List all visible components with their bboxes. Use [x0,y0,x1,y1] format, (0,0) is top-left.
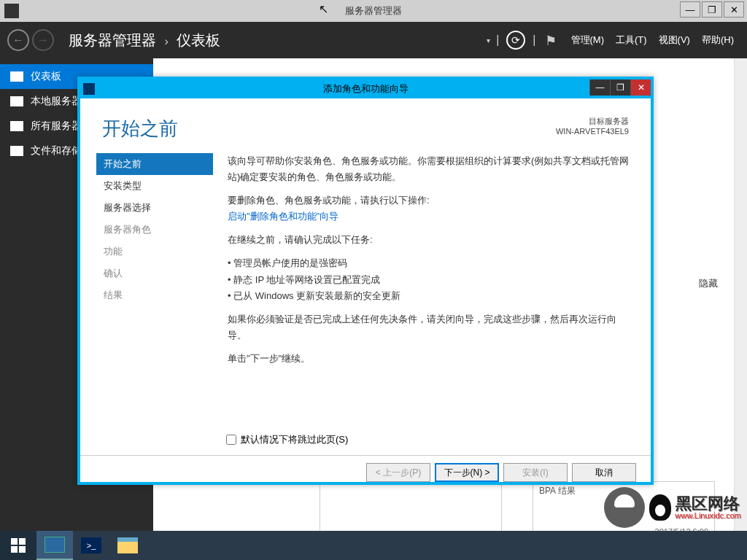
wizard-body: 开始之前 安装类型 服务器选择 服务器角色 功能 确认 结果 该向导可帮助你安装… [80,149,651,433]
next-button[interactable]: 下一步(N) > [435,463,499,482]
servers-icon [10,121,23,131]
wizard-p5: 单击"下一步"继续。 [228,351,632,367]
wizard-p2: 要删除角色、角色服务或功能，请执行以下操作: 启动"删除角色和功能"向导 [228,192,632,225]
add-roles-wizard: 添加角色和功能向导 — ❐ ✕ 开始之前 目标服务器 WIN-ARVETF43E… [77,77,654,485]
mushroom-icon [604,487,645,528]
checklist-item: 已从 Windows 更新安装最新的安全更新 [228,288,632,304]
sidebar-item-label: 本地服务器 [31,95,82,108]
sidebar-item-label: 所有服务器 [31,120,82,133]
crumb-current: 仪表板 [177,32,220,48]
wizard-p1: 该向导可帮助你安装角色、角色服务或功能。你需要根据组织的计算要求(例如共享文档或… [228,153,632,185]
remove-roles-link[interactable]: 启动"删除角色和功能"向导 [228,211,338,222]
watermark: 黑区网络 www.Linuxidc.com [604,487,741,528]
minimize-button[interactable]: — [680,1,700,18]
chevron-right-icon: › [165,35,169,47]
wizard-maximize-button[interactable]: ❐ [610,79,630,96]
wizard-icon [83,83,95,95]
wizard-target: 目标服务器 WIN-ARVETF43EL9 [556,116,629,136]
skip-checkbox[interactable] [226,435,236,445]
refresh-icon[interactable]: ⟳ [506,31,525,50]
step-before-begin[interactable]: 开始之前 [96,153,213,175]
storage-icon [10,146,23,156]
wizard-p3: 在继续之前，请确认完成以下任务: [228,232,632,248]
target-label: 目标服务器 [556,116,629,127]
separator: | [533,34,535,47]
flag-icon[interactable]: ⚑ [545,33,560,47]
chevron-down-icon[interactable]: ▾ [487,36,490,44]
menu-view[interactable]: 视图(V) [659,34,690,47]
step-install-type[interactable]: 安装类型 [96,175,213,197]
step-results: 结果 [96,284,213,306]
wizard-content: 该向导可帮助你安装角色、角色服务或功能。你需要根据组织的计算要求(例如共享文档或… [213,153,651,433]
crumb-root[interactable]: 服务器管理器 [69,32,156,48]
dashboard-icon [10,71,23,82]
server-icon [10,96,23,106]
svg-rect-2 [11,546,18,553]
maximize-button[interactable]: ❐ [702,1,722,18]
svg-rect-1 [19,538,26,545]
watermark-text: 黑区网络 www.Linuxidc.com [676,496,741,520]
wizard-header: 开始之前 目标服务器 WIN-ARVETF43EL9 [80,98,651,149]
window-titlebar: 服务器管理器 ↖ — ❐ ✕ [0,0,747,22]
checklist-item: 管理员帐户使用的是强密码 [228,255,632,271]
sidebar-item-label: 仪表板 [31,70,61,83]
server-manager-icon [44,537,65,553]
window-controls: — ❐ ✕ [678,1,744,18]
breadcrumb: 服务器管理器 › 仪表板 [69,31,220,50]
step-server-roles: 服务器角色 [96,219,213,241]
app-header: ← → 服务器管理器 › 仪表板 ▾ | ⟳ | ⚑ 管理(M) 工具(T) 视… [0,22,747,58]
app-icon [4,4,19,18]
window-title: 服务器管理器 [345,4,402,18]
target-server: WIN-ARVETF43EL9 [556,127,629,136]
svg-rect-3 [19,546,26,553]
close-button[interactable]: ✕ [724,1,744,18]
scrollbar[interactable] [734,58,747,531]
separator: | [496,34,499,47]
install-button: 安装(I) [503,463,568,482]
forward-button: → [32,29,54,51]
wizard-skip-row: 默认情况下将跳过此页(S) [80,433,651,455]
wizard-buttons: < 上一步(P) 下一步(N) > 安装(I) 取消 [80,455,651,489]
wizard-title: 添加角色和功能向导 [323,82,409,96]
taskbar-server-manager[interactable] [36,531,73,560]
taskbar-powershell[interactable]: >_ [73,531,109,560]
menu-help[interactable]: 帮助(H) [702,34,734,47]
wizard-titlebar: 添加角色和功能向导 — ❐ ✕ [80,79,651,98]
wizard-checklist: 管理员帐户使用的是强密码 静态 IP 地址等网络设置已配置完成 已从 Windo… [228,255,632,303]
skip-label: 默认情况下将跳过此页(S) [241,433,348,446]
back-button[interactable]: ← [7,29,29,51]
powershell-icon: >_ [81,537,101,553]
cancel-button[interactable]: 取消 [572,463,636,482]
start-button[interactable] [0,531,36,560]
checklist-item: 静态 IP 地址等网络设置已配置完成 [228,272,632,288]
menu-tools[interactable]: 工具(T) [616,34,647,47]
step-server-selection[interactable]: 服务器选择 [96,197,213,219]
explorer-icon [117,537,138,553]
penguin-icon [649,494,671,521]
prev-button: < 上一步(P) [366,463,430,482]
taskbar: >_ [0,531,747,560]
wizard-window-controls: — ❐ ✕ [589,79,651,96]
menu-manage[interactable]: 管理(M) [571,34,605,47]
wizard-minimize-button[interactable]: — [589,79,610,96]
svg-rect-0 [11,538,18,545]
step-confirm: 确认 [96,262,213,284]
cursor-icon: ↖ [319,2,328,16]
wizard-steps: 开始之前 安装类型 服务器选择 服务器角色 功能 确认 结果 [96,153,213,433]
hide-button[interactable]: 隐藏 [699,277,718,290]
wizard-p4: 如果你必须验证是否已完成上述任何先决条件，请关闭向导，完成这些步骤，然后再次运行… [228,311,632,343]
step-features: 功能 [96,241,213,262]
taskbar-explorer[interactable] [109,531,146,560]
wizard-heading: 开始之前 [102,116,178,141]
wizard-close-button[interactable]: ✕ [630,79,651,96]
